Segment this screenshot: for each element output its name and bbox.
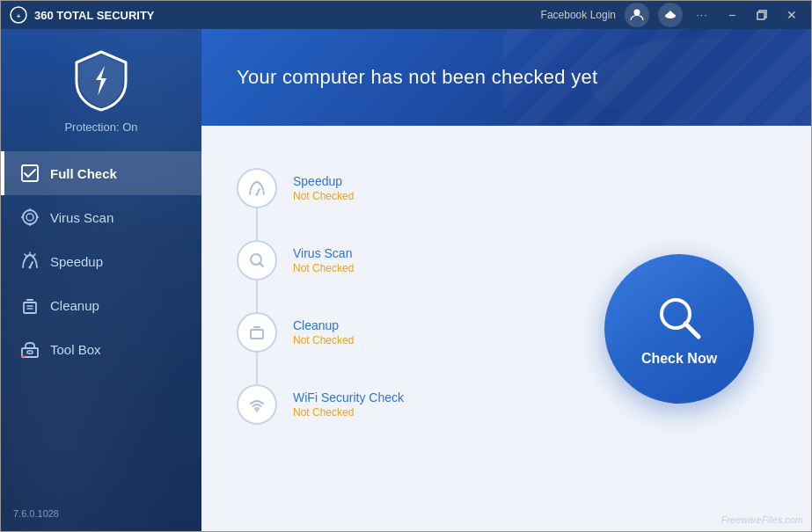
virus-scan-check-circle <box>237 240 277 281</box>
sidebar-logo-area: Protection: On <box>1 29 201 151</box>
content-body: Speedup Not Checked Virus Scan <box>201 126 811 531</box>
tool-box-icon <box>20 339 40 359</box>
svg-rect-18 <box>27 351 33 353</box>
header-text: Your computer has not been checked yet <box>237 66 598 89</box>
watermark: FreewareFiles.com <box>721 514 803 525</box>
svg-point-25 <box>256 410 259 412</box>
titlebar-right: Facebook Login ··· − ✕ <box>541 3 802 27</box>
sidebar: Protection: On Full Check <box>1 29 201 531</box>
sidebar-item-virus-scan[interactable]: Virus Scan <box>1 195 201 239</box>
full-check-icon <box>20 164 40 183</box>
svg-rect-24 <box>251 330 263 339</box>
menu-button[interactable]: ··· <box>691 4 713 26</box>
wifi-name: WiFi Security Check <box>293 390 404 404</box>
sidebar-item-label-tool-box: Tool Box <box>50 342 101 357</box>
speedup-info: Speedup Not Checked <box>293 174 354 202</box>
content-header: Your computer has not been checked yet <box>201 29 811 126</box>
virus-scan-icon <box>20 208 40 227</box>
cleanup-info: Cleanup Not Checked <box>293 318 354 346</box>
sidebar-item-tool-box[interactable]: Tool Box <box>1 327 201 371</box>
check-now-label: Check Now <box>641 351 717 367</box>
restore-button[interactable] <box>751 4 772 26</box>
speedup-status: Not Checked <box>293 190 354 202</box>
svg-rect-19 <box>22 355 26 357</box>
svg-point-2 <box>634 10 640 16</box>
titlebar: + 360 TOTAL SECURITY Facebook Login ··· … <box>1 1 811 29</box>
close-button[interactable]: ✕ <box>781 4 802 26</box>
sidebar-item-speedup[interactable]: Speedup <box>1 239 201 283</box>
sidebar-nav: Full Check Virus Scan <box>1 151 201 496</box>
wifi-check-circle <box>237 384 277 425</box>
svg-point-13 <box>29 266 32 269</box>
sidebar-item-label-cleanup: Cleanup <box>50 298 99 313</box>
sidebar-item-cleanup[interactable]: Cleanup <box>1 283 201 327</box>
svg-line-23 <box>260 264 264 267</box>
user-icon-button[interactable] <box>625 3 649 27</box>
check-item-virus-scan: Virus Scan Not Checked <box>237 224 565 296</box>
check-item-speedup: Speedup Not Checked <box>237 152 565 224</box>
cleanup-status: Not Checked <box>293 334 354 346</box>
virus-scan-status: Not Checked <box>293 262 354 274</box>
sidebar-item-label-virus-scan: Virus Scan <box>50 210 113 225</box>
cleanup-icon <box>20 295 40 315</box>
check-item-wifi: WiFi Security Check Not Checked <box>237 368 565 441</box>
svg-rect-14 <box>24 302 36 313</box>
facebook-login-label: Facebook Login <box>541 9 616 21</box>
speedup-check-circle <box>237 168 277 208</box>
titlebar-left: + 360 TOTAL SECURITY <box>10 6 155 24</box>
svg-point-21 <box>256 193 259 196</box>
shield-icon <box>73 50 129 112</box>
app-logo-icon: + <box>10 6 27 24</box>
check-item-cleanup: Cleanup Not Checked <box>237 296 565 368</box>
app-title: 360 TOTAL SECURITY <box>34 9 155 22</box>
main-layout: Protection: On Full Check <box>1 29 811 531</box>
speedup-name: Speedup <box>293 174 354 188</box>
svg-point-7 <box>26 214 33 221</box>
svg-text:+: + <box>17 12 21 20</box>
cleanup-check-circle <box>237 312 277 353</box>
speedup-icon <box>20 251 40 271</box>
wifi-info: WiFi Security Check Not Checked <box>293 390 404 419</box>
svg-line-27 <box>685 324 699 337</box>
sidebar-item-full-check[interactable]: Full Check <box>1 151 201 195</box>
check-now-button[interactable]: Check Now <box>604 254 754 404</box>
version-label: 7.6.0.1028 <box>1 496 71 531</box>
protection-label: Protection: On <box>64 120 137 134</box>
sidebar-item-label-speedup: Speedup <box>50 254 103 269</box>
minimize-button[interactable]: − <box>721 4 743 26</box>
check-now-area: Check Now <box>582 152 776 505</box>
content-area: Your computer has not been checked yet <box>201 29 811 531</box>
virus-scan-name: Virus Scan <box>293 246 354 260</box>
svg-rect-4 <box>757 12 764 19</box>
hat-icon-button[interactable] <box>658 3 683 27</box>
wifi-status: Not Checked <box>293 406 404 419</box>
sidebar-item-label-full-check: Full Check <box>50 166 117 181</box>
check-items-list: Speedup Not Checked Virus Scan <box>237 152 565 505</box>
virus-scan-info: Virus Scan Not Checked <box>293 246 354 274</box>
svg-point-6 <box>23 210 37 224</box>
cleanup-name: Cleanup <box>293 318 354 332</box>
